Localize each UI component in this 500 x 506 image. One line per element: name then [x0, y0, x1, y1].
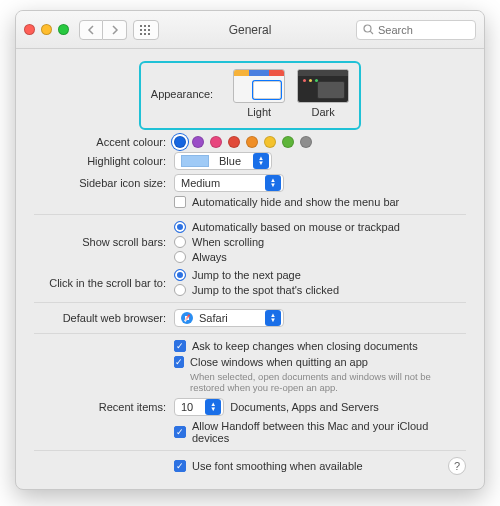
clickbar-option-label: Jump to the spot that's clicked — [192, 284, 339, 296]
accent-color-option[interactable] — [228, 136, 240, 148]
appearance-light-icon — [233, 69, 285, 103]
appearance-dark-option[interactable]: Dark — [297, 69, 349, 118]
appearance-dark-icon — [297, 69, 349, 103]
browser-value: Safari — [199, 312, 228, 324]
highlight-value: Blue — [219, 155, 241, 167]
divider — [34, 302, 466, 303]
highlight-popup[interactable]: Blue ▲▼ — [174, 152, 272, 170]
autohide-menu-checkbox[interactable] — [174, 196, 186, 208]
scroll-option-label: Automatically based on mouse or trackpad — [192, 221, 400, 233]
svg-rect-2 — [148, 25, 150, 27]
appearance-light-option[interactable]: Light — [233, 69, 285, 118]
scroll-option-label: When scrolling — [192, 236, 264, 248]
scroll-radio[interactable] — [174, 251, 186, 263]
svg-point-9 — [364, 25, 371, 32]
ask-keep-checkbox[interactable]: ✓ — [174, 340, 186, 352]
forward-button[interactable] — [103, 20, 127, 40]
svg-rect-3 — [140, 29, 142, 31]
back-button[interactable] — [79, 20, 103, 40]
recent-value: 10 — [181, 401, 193, 413]
handoff-checkbox[interactable]: ✓ — [174, 426, 186, 438]
scroll-radio[interactable] — [174, 236, 186, 248]
appearance-label: Appearance: — [151, 88, 221, 100]
accent-color-option[interactable] — [210, 136, 222, 148]
svg-rect-0 — [140, 25, 142, 27]
accent-color-option[interactable] — [264, 136, 276, 148]
popup-arrows-icon: ▲▼ — [253, 153, 269, 169]
zoom-window-button[interactable] — [58, 24, 69, 35]
browser-popup[interactable]: Safari ▲▼ — [174, 309, 284, 327]
search-field[interactable] — [356, 20, 476, 40]
window-controls — [24, 24, 69, 35]
safari-icon — [181, 312, 193, 324]
close-window-button[interactable] — [24, 24, 35, 35]
recent-popup[interactable]: 10 ▲▼ — [174, 398, 224, 416]
minimize-window-button[interactable] — [41, 24, 52, 35]
svg-rect-5 — [148, 29, 150, 31]
autohide-menu-label: Automatically hide and show the menu bar — [192, 196, 399, 208]
divider — [34, 333, 466, 334]
highlight-swatch-icon — [181, 155, 209, 167]
close-quit-hint: When selected, open documents and window… — [190, 371, 466, 394]
accent-color-option[interactable] — [300, 136, 312, 148]
clickbar-option-label: Jump to the next page — [192, 269, 301, 281]
accent-color-picker — [174, 136, 312, 148]
sidebar-size-value: Medium — [181, 177, 220, 189]
recent-suffix: Documents, Apps and Servers — [230, 401, 379, 413]
accent-color-option[interactable] — [192, 136, 204, 148]
browser-label: Default web browser: — [34, 312, 174, 324]
popup-arrows-icon: ▲▼ — [205, 399, 221, 415]
accent-color-option[interactable] — [246, 136, 258, 148]
sidebar-size-popup[interactable]: Medium ▲▼ — [174, 174, 284, 192]
close-quit-checkbox[interactable]: ✓ — [174, 356, 184, 368]
svg-line-10 — [370, 31, 373, 34]
close-quit-label: Close windows when quitting an app — [190, 356, 466, 368]
recent-label: Recent items: — [34, 401, 174, 413]
font-smoothing-label: Use font smoothing when available — [192, 460, 363, 472]
titlebar: General — [16, 11, 484, 49]
scroll-radio[interactable] — [174, 221, 186, 233]
ask-keep-label: Ask to keep changes when closing documen… — [192, 340, 418, 352]
sidebar-size-label: Sidebar icon size: — [34, 177, 174, 189]
highlight-label: Highlight colour: — [34, 155, 174, 167]
content-area: Appearance: Light Dark Accent colour: Hi… — [16, 49, 484, 489]
scroll-label: Show scroll bars: — [34, 236, 174, 248]
svg-rect-7 — [144, 33, 146, 35]
handoff-label: Allow Handoff between this Mac and your … — [192, 420, 466, 444]
appearance-highlight: Appearance: Light Dark — [139, 61, 361, 130]
appearance-dark-label: Dark — [312, 106, 335, 118]
clickbar-radio-group: Jump to the next pageJump to the spot th… — [174, 269, 339, 296]
general-prefs-window: General Appearance: Light Dark Accent co… — [15, 10, 485, 490]
svg-rect-8 — [148, 33, 150, 35]
clickbar-label: Click in the scroll bar to: — [34, 277, 174, 289]
appearance-light-label: Light — [247, 106, 271, 118]
divider — [34, 214, 466, 215]
font-smoothing-checkbox[interactable]: ✓ — [174, 460, 186, 472]
show-all-button[interactable] — [133, 20, 159, 40]
svg-rect-4 — [144, 29, 146, 31]
accent-color-option[interactable] — [174, 136, 186, 148]
accent-color-option[interactable] — [282, 136, 294, 148]
svg-rect-6 — [140, 33, 142, 35]
clickbar-radio[interactable] — [174, 284, 186, 296]
divider — [34, 450, 466, 451]
help-button[interactable]: ? — [448, 457, 466, 475]
scroll-radio-group: Automatically based on mouse or trackpad… — [174, 221, 400, 263]
search-icon — [363, 24, 374, 35]
nav-back-forward — [79, 20, 127, 40]
scroll-option-label: Always — [192, 251, 227, 263]
popup-arrows-icon: ▲▼ — [265, 310, 281, 326]
accent-label: Accent colour: — [34, 136, 174, 148]
search-input[interactable] — [378, 24, 468, 36]
popup-arrows-icon: ▲▼ — [265, 175, 281, 191]
clickbar-radio[interactable] — [174, 269, 186, 281]
svg-rect-1 — [144, 25, 146, 27]
